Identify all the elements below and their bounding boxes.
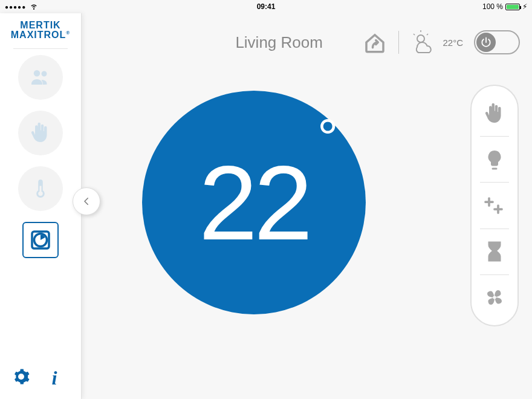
settings-button[interactable] (12, 368, 30, 388)
hand-icon (484, 103, 505, 125)
sidebar-item-users[interactable] (18, 55, 63, 100)
battery-icon (505, 4, 520, 10)
clock-icon (28, 227, 53, 253)
dial-value: 22 (199, 150, 310, 256)
signal-dots-icon: ●●●●● (5, 4, 26, 10)
divider (480, 182, 509, 183)
sidebar: MERTIK MAXITROL® i (0, 13, 82, 399)
plus-icon (484, 195, 505, 216)
status-time: 09:41 (257, 2, 276, 11)
gear-icon (12, 368, 30, 386)
mode-light[interactable] (472, 149, 517, 170)
divider (480, 136, 509, 137)
mode-timer[interactable] (472, 241, 517, 262)
users-icon (30, 66, 51, 88)
svg-point-3 (417, 35, 424, 42)
mode-fan[interactable] (472, 287, 517, 308)
svg-text:i: i (52, 368, 57, 386)
weather-temp: 22°C (443, 37, 463, 48)
brand-logo: MERTIK MAXITROL® (11, 21, 70, 40)
hourglass-icon (484, 241, 505, 262)
share-button[interactable] (362, 30, 388, 55)
status-right: 100 % ⚡︎ (482, 2, 527, 11)
battery-percent: 100 % (482, 2, 503, 11)
divider (13, 48, 68, 49)
dial-degree: ° (317, 108, 338, 167)
thermometer-icon (30, 178, 51, 199)
info-button[interactable]: i (47, 368, 65, 388)
fan-icon (484, 287, 505, 308)
sidebar-item-temp[interactable] (18, 166, 63, 211)
sidebar-item-timer[interactable] (22, 222, 59, 258)
power-icon (480, 36, 492, 48)
hand-icon (30, 122, 51, 144)
info-icon: i (47, 368, 65, 386)
chevron-left-icon (81, 196, 92, 207)
divider (398, 31, 399, 54)
divider (480, 229, 509, 229)
mode-manual[interactable] (472, 103, 517, 125)
home-share-icon (362, 30, 388, 55)
weather-icon (410, 30, 440, 54)
status-bar: ●●●●● 09:41 100 % ⚡︎ (0, 0, 532, 13)
mode-panel (470, 85, 519, 326)
svg-line-5 (414, 34, 415, 35)
header: Living Room 22°C (91, 24, 520, 60)
mode-aux[interactable] (472, 195, 517, 216)
weather-widget[interactable]: 22°C (410, 30, 463, 54)
brand-line2: MAXITROL (11, 30, 66, 40)
power-toggle[interactable] (474, 30, 520, 54)
bulb-icon (484, 149, 505, 170)
charging-icon: ⚡︎ (522, 2, 527, 11)
sidebar-item-manual[interactable] (18, 111, 63, 155)
sidebar-collapse-handle[interactable] (73, 187, 100, 215)
svg-point-7 (493, 296, 496, 299)
svg-line-6 (427, 34, 428, 35)
status-left: ●●●●● (5, 2, 38, 12)
toggle-knob (476, 33, 496, 52)
brand-line1: MERTIK (11, 21, 70, 30)
room-title: Living Room (235, 33, 323, 52)
wifi-icon (30, 2, 38, 12)
divider (480, 274, 509, 275)
